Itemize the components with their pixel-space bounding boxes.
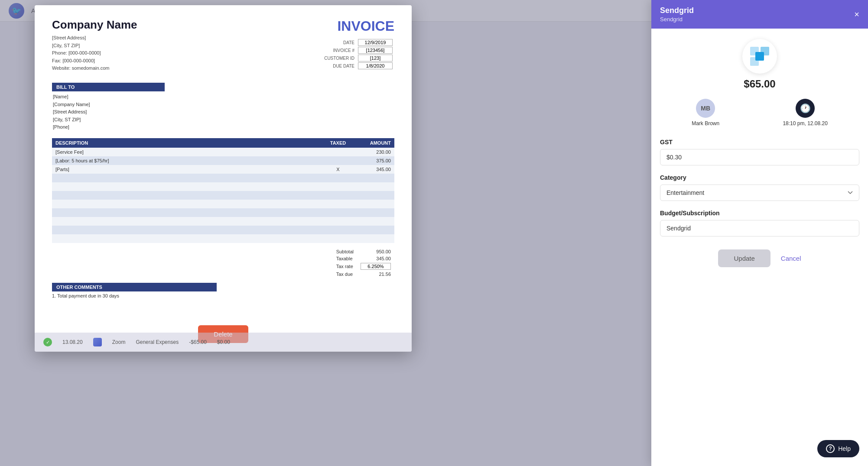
col-amount: AMOUNT [355,138,394,148]
gst-label: GST [660,139,859,146]
bill-phone: [Phone] [52,123,394,131]
bottom-bar-check-item: ✓ [43,338,52,346]
invoice-title: INVOICE [322,18,394,34]
company-phone: Phone: [000-000-0000] [52,49,137,57]
sendgrid-amount: $65.00 [744,78,775,90]
table-row [52,226,394,234]
table-row: [Labor: 5 hours at $75/hr] 375.00 [52,156,394,165]
comments-text: 1. Total payment due in 30 days [52,293,394,298]
invoice-header: Company Name [Street Address] [City, ST … [52,18,394,72]
zoom-logo [93,338,102,346]
time-meta: 🕐 18:10 pm, 12.08.20 [783,99,827,126]
gst-field-group: GST [660,139,859,165]
bill-city: [City, ST ZIP] [52,116,394,124]
panel-meta: MB Mark Brown 🕐 18:10 pm, 12.08.20 [660,99,859,126]
taxdue-label: Tax due [333,271,357,278]
bill-name: [Name] [52,93,394,101]
svg-rect-3 [750,57,759,66]
help-button[interactable]: ? Help [817,440,859,457]
company-city: [City, ST ZIP] [52,42,137,50]
customer-id-label: CUSTOMER ID [322,54,356,62]
company-fax: Fax: [000-000-0000] [52,57,137,65]
table-row: [Service Fee] 230.00 [52,148,394,156]
clock-icon: 🕐 [796,99,815,118]
budget-label: Budget/Subscription [660,210,859,217]
check-icon: ✓ [43,338,52,346]
bill-company: [Company Name] [52,101,394,109]
table-row [52,208,394,217]
row-description: [Service Fee] [52,148,321,156]
taxdue-value: 21.56 [357,271,394,278]
col-taxed: TAXED [321,138,355,148]
svg-rect-2 [761,47,769,55]
other-comments: OTHER COMMENTS 1. Total payment due in 3… [52,283,394,298]
budget-field-group: Budget/Subscription [660,210,859,236]
category-label: Category [660,174,859,181]
help-label: Help [838,445,851,452]
gst-input[interactable] [660,149,859,165]
user-meta: MB Mark Brown [692,99,719,126]
bottom-bar-amount: -$65.00 [189,339,207,345]
user-avatar: MB [696,99,715,118]
taxable-value: 345.00 [357,255,394,262]
invoice-fields: DATE INVOICE # CUSTOMER ID [322,39,394,70]
help-icon: ? [826,444,835,453]
col-description: DESCRIPTION [52,138,321,148]
panel-title: Sendgrid [660,6,694,15]
row-taxed: X [321,165,355,174]
taxrate-label: Tax rate [333,262,357,271]
bottom-bar: ✓ 13.08.20 Zoom General Expenses -$65.00… [35,333,412,352]
comments-header: OTHER COMMENTS [52,283,217,291]
date-label: DATE [322,39,356,46]
invoice-num-input[interactable] [358,47,393,54]
invoice-totals: Subtotal 950.00 Taxable 345.00 Tax rate … [52,248,394,278]
invoice-title-block: INVOICE DATE INVOICE # [322,18,394,70]
taxrate-input[interactable] [361,263,391,270]
bill-address: [Street Address] [52,108,394,116]
invoice-table: DESCRIPTION TAXED AMOUNT [Service Fee] 2… [52,138,394,243]
table-row [52,182,394,191]
panel-actions: Update Cancel [660,245,859,276]
row-description: [Labor: 5 hours at $75/hr] [52,156,321,165]
row-amount: 345.00 [355,165,394,174]
bottom-bar-category: General Expenses [136,339,179,345]
due-date-input[interactable] [358,62,393,69]
table-row [52,234,394,243]
panel-header: Sendgrid Sendgrid × [651,0,868,29]
sendgrid-panel: Sendgrid Sendgrid × $65.00 MB Mark Br [651,0,868,466]
bottom-bar-extra: $0.00 [217,339,230,345]
panel-header-text: Sendgrid Sendgrid [660,6,694,23]
sendgrid-logo-area: $65.00 [660,39,859,90]
invoice-company: Company Name [Street Address] [City, ST … [52,18,137,72]
cancel-button[interactable]: Cancel [781,255,801,262]
user-name: Mark Brown [692,120,719,126]
sendgrid-icon-circle [742,39,777,74]
customer-id-input[interactable] [358,55,393,61]
subtotal-value: 950.00 [357,248,394,255]
table-row [52,217,394,226]
category-field-group: Category Entertainment General Expenses … [660,174,859,201]
category-select[interactable]: Entertainment General Expenses Travel Fo… [660,184,859,201]
bottom-bar-app: Zoom [112,339,126,345]
row-amount: 375.00 [355,156,394,165]
row-taxed [321,148,355,156]
bill-to-section: BILL TO [Name] [Company Name] [Street Ad… [52,83,394,131]
table-row [52,200,394,208]
row-taxed [321,156,355,165]
budget-input[interactable] [660,220,859,236]
invoice-modal: Company Name [Street Address] [City, ST … [35,5,412,352]
company-name: Company Name [52,18,137,32]
row-description: [Parts] [52,165,321,174]
date-input[interactable] [358,39,393,46]
table-row [52,191,394,200]
table-row: [Parts] X 345.00 [52,165,394,174]
panel-close-button[interactable]: × [854,10,859,19]
company-address: [Street Address] [52,34,137,42]
table-row [52,174,394,182]
update-button[interactable]: Update [718,249,770,267]
company-website: Website: somedomain.com [52,65,137,72]
invoice-num-label: INVOICE # [322,46,356,54]
panel-subtitle: Sendgrid [660,16,694,23]
bill-to-header: BILL TO [52,83,165,91]
taxable-label: Taxable [333,255,357,262]
